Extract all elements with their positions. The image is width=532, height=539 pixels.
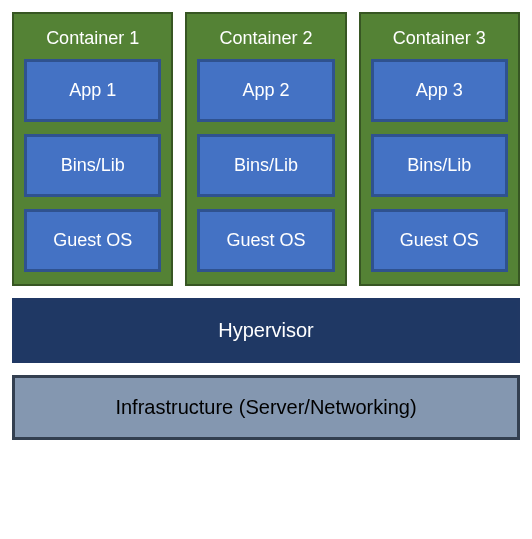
container-1-app: App 1: [24, 59, 161, 122]
container-2-binslib: Bins/Lib: [197, 134, 334, 197]
container-1-guestos: Guest OS: [24, 209, 161, 272]
infrastructure-layer: Infrastructure (Server/Networking): [12, 375, 520, 440]
container-1-title: Container 1: [24, 22, 161, 59]
container-2-title: Container 2: [197, 22, 334, 59]
container-2-app: App 2: [197, 59, 334, 122]
container-3-app: App 3: [371, 59, 508, 122]
container-1: Container 1 App 1 Bins/Lib Guest OS: [12, 12, 173, 286]
container-2-guestos: Guest OS: [197, 209, 334, 272]
container-1-binslib: Bins/Lib: [24, 134, 161, 197]
container-2: Container 2 App 2 Bins/Lib Guest OS: [185, 12, 346, 286]
container-3-title: Container 3: [371, 22, 508, 59]
container-3-guestos: Guest OS: [371, 209, 508, 272]
containers-row: Container 1 App 1 Bins/Lib Guest OS Cont…: [12, 12, 520, 286]
hypervisor-layer: Hypervisor: [12, 298, 520, 363]
container-3-binslib: Bins/Lib: [371, 134, 508, 197]
container-3: Container 3 App 3 Bins/Lib Guest OS: [359, 12, 520, 286]
